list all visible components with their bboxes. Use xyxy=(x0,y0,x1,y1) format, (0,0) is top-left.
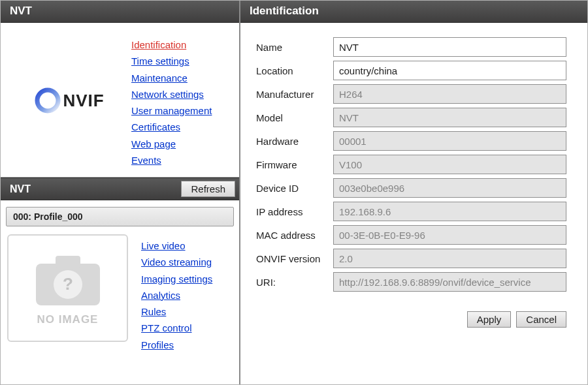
field-row-firmware: Firmware xyxy=(256,155,566,174)
camera-placeholder-icon: ? xyxy=(32,251,104,309)
device-title-bar: NVT xyxy=(1,1,239,23)
device-box: NVIF IdentificationTime settingsMaintena… xyxy=(1,23,239,177)
field-input-uri xyxy=(333,272,566,292)
field-row-ip: IP address xyxy=(256,202,566,221)
field-row-device_id: Device ID xyxy=(256,178,566,198)
device-nav-network-settings[interactable]: Network settings xyxy=(131,87,212,102)
field-label-ip: IP address xyxy=(256,206,333,217)
field-input-onvif_ver xyxy=(333,249,566,268)
profiles-bar: NVT Refresh xyxy=(1,177,239,200)
no-image-placeholder: ? NO IMAGE xyxy=(7,234,128,342)
profile-nav-profiles[interactable]: Profiles xyxy=(141,337,212,352)
field-input-mac xyxy=(333,225,566,245)
field-input-ip xyxy=(333,202,566,221)
refresh-button[interactable]: Refresh xyxy=(181,181,235,197)
profile-nav-ptz-control[interactable]: PTZ control xyxy=(141,320,212,335)
device-nav-web-page[interactable]: Web page xyxy=(131,136,212,151)
field-input-name[interactable] xyxy=(333,37,566,57)
field-input-hardware xyxy=(333,131,566,151)
field-label-model: Model xyxy=(256,112,333,123)
field-row-name: Name xyxy=(256,37,566,57)
device-nav-user-management[interactable]: User management xyxy=(131,103,212,118)
app-window: NVT NVIF xyxy=(0,0,588,385)
profile-nav-analytics[interactable]: Analytics xyxy=(141,288,212,303)
field-label-onvif_ver: ONVIF version xyxy=(256,253,333,264)
device-nav-time-settings[interactable]: Time settings xyxy=(131,54,212,69)
field-row-model: Model xyxy=(256,108,566,127)
cancel-button[interactable]: Cancel xyxy=(516,311,566,328)
profiles-title: NVT xyxy=(10,183,31,195)
field-input-manufacturer xyxy=(333,84,566,104)
svg-point-0 xyxy=(37,90,58,111)
profile-nav-live-video[interactable]: Live video xyxy=(141,238,212,253)
device-nav: IdentificationTime settingsMaintenanceNe… xyxy=(131,33,212,168)
panel-title-bar: Identification xyxy=(240,1,587,23)
field-input-device_id xyxy=(333,178,566,198)
field-row-manufacturer: Manufacturer xyxy=(256,84,566,104)
device-nav-certificates[interactable]: Certificates xyxy=(131,119,212,134)
field-label-manufacturer: Manufacturer xyxy=(256,89,333,100)
no-image-label: NO IMAGE xyxy=(32,313,104,326)
field-label-name: Name xyxy=(256,42,333,53)
svg-rect-2 xyxy=(56,256,80,268)
onvif-logo: NVIF xyxy=(34,87,104,114)
field-label-location: Location xyxy=(256,65,333,76)
field-label-firmware: Firmware xyxy=(256,159,333,170)
profile-nav-video-streaming[interactable]: Video streaming xyxy=(141,254,212,270)
field-label-uri: URI: xyxy=(256,277,333,288)
right-column: Identification NameLocationManufacturerM… xyxy=(240,1,587,384)
field-row-uri: URI: xyxy=(256,272,566,292)
device-nav-identification[interactable]: Identification xyxy=(131,37,212,52)
onvif-ring-icon xyxy=(34,87,61,114)
field-label-mac: MAC address xyxy=(256,230,333,241)
field-label-device_id: Device ID xyxy=(256,183,333,194)
field-row-location: Location xyxy=(256,61,566,80)
field-row-mac: MAC address xyxy=(256,225,566,245)
identification-form: NameLocationManufacturerModelHardwareFir… xyxy=(240,23,587,302)
svg-text:?: ? xyxy=(63,274,73,294)
logo-area: NVIF xyxy=(7,33,131,168)
field-row-onvif_ver: ONVIF version xyxy=(256,249,566,268)
apply-button[interactable]: Apply xyxy=(467,311,512,328)
button-row: Apply Cancel xyxy=(240,302,587,328)
profile-row[interactable]: 000: Profile_000 xyxy=(6,207,234,226)
left-column: NVT NVIF xyxy=(1,1,240,384)
field-input-location[interactable] xyxy=(333,61,566,80)
profile-nav: Live videoVideo streamingImaging setting… xyxy=(141,234,212,352)
profile-nav-imaging-settings[interactable]: Imaging settings xyxy=(141,271,212,286)
profile-nav-rules[interactable]: Rules xyxy=(141,304,212,319)
onvif-wordmark: NVIF xyxy=(63,91,104,111)
device-nav-maintenance[interactable]: Maintenance xyxy=(131,70,212,85)
profile-detail: ? NO IMAGE Live videoVideo streamingImag… xyxy=(1,230,239,360)
field-input-firmware xyxy=(333,155,566,174)
device-nav-events[interactable]: Events xyxy=(131,153,212,168)
field-input-model xyxy=(333,108,566,127)
field-row-hardware: Hardware xyxy=(256,131,566,151)
field-label-hardware: Hardware xyxy=(256,136,333,147)
profile-list: 000: Profile_000 xyxy=(1,200,239,230)
